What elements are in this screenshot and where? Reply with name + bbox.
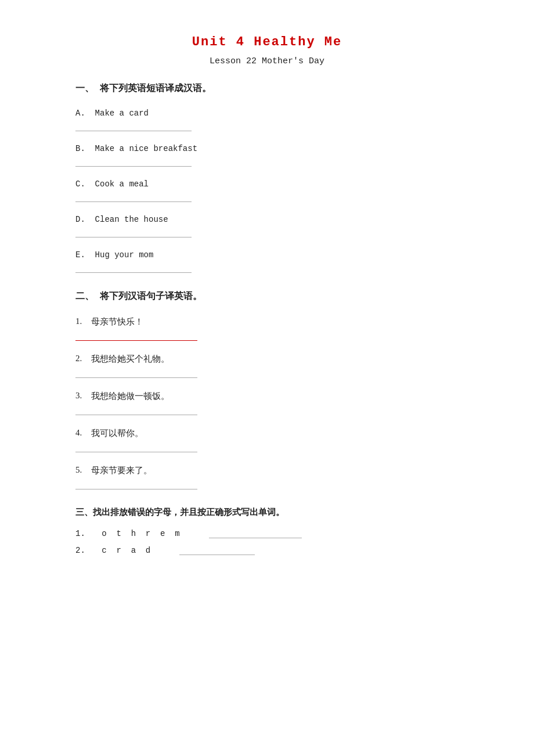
section-1-title: 将下列英语短语译成汉语。: [100, 82, 211, 95]
section-2-title: 将下列汉语句子译英语。: [100, 290, 202, 303]
answer-line-d: [75, 237, 192, 237]
vocab-label-e: E. Hug your mom: [75, 250, 153, 260]
section-2: 二、 将下列汉语句子译英语。 1. 母亲节快乐！ 2. 我想给她买个礼物。 3.…: [75, 290, 459, 489]
sentence-text-5: 母亲节要来了。: [91, 465, 152, 476]
vocab-item-c: C. Cook a meal: [75, 176, 459, 189]
section-1-header: 一、 将下列英语短语译成汉语。: [75, 82, 459, 95]
section-3-title: 三、找出排放错误的字母，并且按正确形式写出单词。: [75, 507, 284, 518]
sentence-num-4: 4.: [75, 428, 86, 438]
section-3-header: 三、找出排放错误的字母，并且按正确形式写出单词。: [75, 507, 459, 518]
section-3: 三、找出排放错误的字母，并且按正确形式写出单词。 1. o t h r e m …: [75, 507, 459, 555]
vocab-item-e: E. Hug your mom: [75, 247, 459, 260]
answer-line-s1: [75, 340, 197, 341]
section-1-num: 一、: [75, 82, 94, 95]
sentence-num-3: 3.: [75, 391, 86, 401]
answer-line-c: [75, 201, 192, 202]
vocab-item-d: D. Clean the house: [75, 211, 459, 224]
section-2-num: 二、: [75, 290, 94, 303]
answer-line-s3: [75, 415, 197, 415]
sentence-item-1: 1. 母亲节快乐！: [75, 313, 459, 327]
sentence-num-1: 1.: [75, 316, 86, 326]
sentence-item-3: 3. 我想给她做一顿饭。: [75, 387, 459, 402]
vocab-label-c: C. Cook a meal: [75, 179, 149, 189]
section3-letters-1: o t h r e m: [102, 529, 179, 538]
answer-line-e: [75, 272, 192, 273]
section-2-header: 二、 将下列汉语句子译英语。: [75, 290, 459, 303]
sentence-text-4: 我可以帮你。: [91, 428, 143, 439]
sentence-text-2: 我想给她买个礼物。: [91, 354, 169, 365]
vocab-label-a: A. Make a card: [75, 109, 149, 118]
sentence-item-2: 2. 我想给她买个礼物。: [75, 350, 459, 365]
answer-line-a: [75, 131, 192, 131]
sentence-item-4: 4. 我可以帮你。: [75, 424, 459, 439]
lesson-subtitle: Lesson 22 Mother's Day: [75, 56, 459, 66]
vocab-item-a: A. Make a card: [75, 105, 459, 118]
vocab-item-b: B. Make a nice breakfast: [75, 141, 459, 153]
sentence-item-5: 5. 母亲节要来了。: [75, 462, 459, 476]
section3-answer-line-2: [179, 545, 255, 555]
section3-answer-line-1: [209, 528, 302, 538]
sentence-text-3: 我想给她做一顿饭。: [91, 391, 169, 402]
section3-item-2: 2. c r a d: [75, 545, 459, 555]
section3-num-1: 1.: [75, 529, 90, 538]
answer-line-s2: [75, 377, 197, 378]
sentence-num-2: 2.: [75, 354, 86, 363]
answer-line-b: [75, 166, 192, 167]
section3-letters-2: c r a d: [102, 546, 150, 555]
section-1: 一、 将下列英语短语译成汉语。 A. Make a card B. Make a…: [75, 82, 459, 273]
section3-item-1: 1. o t h r e m: [75, 528, 459, 538]
sentence-text-1: 母亲节快乐！: [91, 316, 143, 327]
section3-num-2: 2.: [75, 546, 90, 555]
vocab-label-b: B. Make a nice breakfast: [75, 144, 197, 153]
answer-line-s5: [75, 489, 197, 489]
answer-line-s4: [75, 452, 197, 452]
sentence-num-5: 5.: [75, 465, 86, 475]
vocab-block: A. Make a card B. Make a nice breakfast …: [75, 105, 459, 273]
page-title: Unit 4 Healthy Me: [75, 35, 459, 49]
vocab-label-d: D. Clean the house: [75, 215, 168, 224]
section2-block: 1. 母亲节快乐！ 2. 我想给她买个礼物。 3. 我想给她做一顿饭。 4. 我…: [75, 313, 459, 489]
